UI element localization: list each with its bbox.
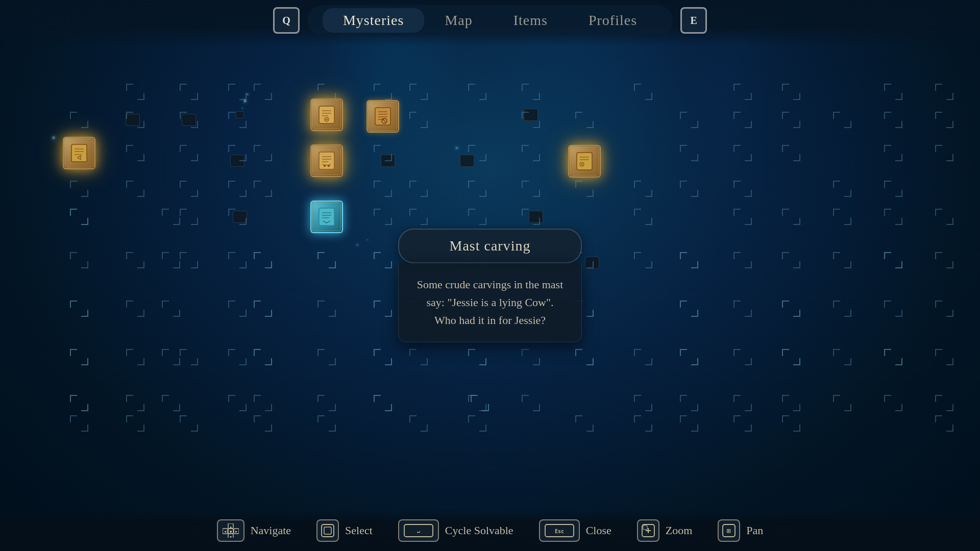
grid-slot [680,300,698,317]
grid-slot [935,84,953,100]
grid-slot [317,349,336,365]
grid-slot [254,349,272,365]
grid-slot [733,112,752,128]
mystery-board[interactable]: Mast carving Some crude carvings in the … [0,41,980,510]
grid-slot [634,395,652,411]
grid-slot [228,252,247,268]
grid-slot [162,395,180,411]
clue-card[interactable] [568,145,601,178]
grid-slot [180,145,198,161]
grid-slot [409,209,428,225]
grid-slot [935,349,953,365]
grid-slot [70,395,88,411]
clue-card[interactable] [310,98,343,131]
grid-slot [317,395,336,411]
grid-slot [733,145,752,161]
nav-tabs: Mysteries Map Items Profiles [307,5,673,36]
grid-slot [733,395,752,411]
grid-slot [680,181,698,197]
grid-slot [884,395,902,411]
clue-card-selected[interactable] [310,201,343,233]
tab-mysteries[interactable]: Mysteries [323,8,424,33]
hud-key-pan: ⊞ [718,519,740,542]
tooltip-title: Mast carving [398,229,582,263]
grid-slot [228,395,247,411]
hud-navigate: ▲ ◀ ● ▶ ▼ Navigate [217,519,291,542]
grid-slot [374,181,392,197]
clue-card[interactable] [310,144,343,177]
hud-cycle-solvable: ↵ Cycle Solvable [398,519,513,542]
grid-slot [254,84,272,100]
grid-slot [935,395,953,411]
grid-slot [733,209,752,225]
grid-slot [522,145,540,161]
grid-slot [833,349,851,365]
grid-slot [884,112,902,128]
svg-point-6 [325,117,329,121]
grid-slot [254,145,272,161]
grid-slot [70,349,88,365]
grid-slot [254,181,272,197]
hud-select: Select [316,519,373,542]
grid-slot [180,349,198,365]
grid-slot [180,209,198,225]
grid-slot [522,395,540,411]
grid-slot [228,112,247,128]
grid-slot [374,84,392,100]
clue-card[interactable] [63,137,95,169]
svg-line-8 [325,118,328,120]
svg-line-31 [580,163,583,166]
grid-slot [126,252,144,268]
grid-slot [126,145,144,161]
grid-slot [317,415,336,432]
grid-slot [884,84,902,100]
grid-slot [254,415,272,432]
svg-rect-32 [319,208,334,226]
hud-navigate-label: Navigate [251,524,291,537]
svg-point-25 [328,165,330,167]
grid-slot [162,349,180,365]
grid-slot [833,395,851,411]
svg-line-15 [383,119,386,122]
grid-slot [733,252,752,268]
hud-cycle-label: Cycle Solvable [445,524,513,537]
grid-slot [634,181,652,197]
grid-slot [162,252,180,268]
grid-slot [374,209,392,225]
grid-slot [522,181,540,197]
svg-rect-55 [643,525,647,530]
grid-slot [522,84,540,100]
bubble [244,100,247,103]
grid-slot [409,415,428,432]
grid-slot [782,209,800,225]
nav-key-e[interactable]: E [680,7,707,34]
tab-profiles[interactable]: Profiles [568,8,657,33]
hud-close: Esc Close [539,519,611,542]
tab-items[interactable]: Items [493,8,568,33]
grid-slot [634,252,652,268]
grid-slot [634,349,652,365]
grid-slot [935,252,953,268]
grid-slot [70,181,88,197]
grid-slot [634,209,652,225]
grid-slot [733,181,752,197]
grid-slot [884,300,902,317]
clue-card[interactable] [366,100,399,133]
bubble [52,136,55,139]
grid-slot [180,84,198,100]
grid-slot [733,300,752,317]
grid-slot [70,415,88,432]
grid-slot [575,112,594,128]
grid-slot [180,112,198,128]
connection-lines [0,41,153,117]
grid-slot [126,415,144,432]
nav-key-q[interactable]: Q [273,7,300,34]
grid-slot [575,181,594,197]
hud-key-zoom [637,519,659,542]
grid-slot [374,145,392,161]
grid-slot [254,252,272,268]
grid-slot [782,252,800,268]
hud-zoom: Zoom [637,519,693,542]
tab-map[interactable]: Map [424,8,493,33]
grid-slot [374,395,392,411]
